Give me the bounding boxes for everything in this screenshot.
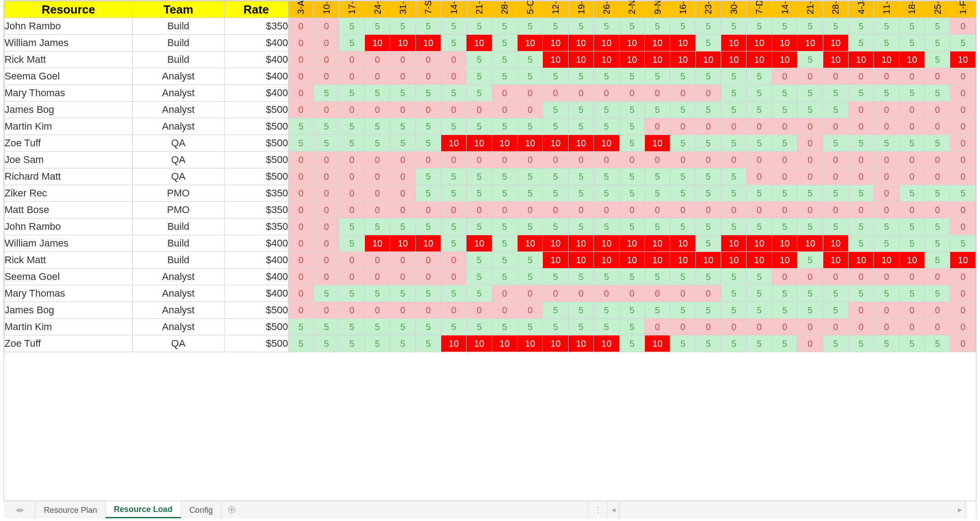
cell-load[interactable]: 5 — [695, 102, 721, 118]
cell-load[interactable]: 0 — [415, 302, 441, 319]
cell-load[interactable]: 5 — [721, 185, 747, 202]
cell-load[interactable]: 5 — [619, 18, 644, 35]
cell-load[interactable]: 5 — [339, 85, 364, 102]
cell-load[interactable]: 0 — [823, 168, 848, 185]
cell-load[interactable]: 5 — [594, 168, 619, 185]
cell-load[interactable]: 10 — [721, 51, 747, 68]
cell-load[interactable]: 5 — [925, 18, 950, 35]
cell-load[interactable]: 0 — [670, 285, 695, 302]
cell-load[interactable]: 10 — [415, 35, 441, 51]
cell-load[interactable]: 0 — [899, 319, 924, 335]
cell-load[interactable]: 0 — [695, 85, 721, 102]
cell-load[interactable]: 10 — [899, 51, 924, 68]
cell-load[interactable]: 0 — [492, 102, 517, 118]
cell-load[interactable]: 0 — [950, 302, 976, 319]
cell-load[interactable]: 5 — [848, 235, 873, 252]
cell-load[interactable]: 0 — [288, 285, 313, 302]
cell-load[interactable]: 0 — [925, 118, 950, 135]
cell-team[interactable]: Build — [132, 219, 224, 235]
col-header-resource[interactable]: Resource — [5, 1, 133, 18]
cell-load[interactable]: 0 — [772, 68, 797, 85]
cell-rate[interactable]: $400 — [224, 85, 288, 102]
cell-load[interactable]: 0 — [594, 202, 619, 219]
cell-load[interactable]: 5 — [950, 235, 976, 252]
cell-load[interactable]: 0 — [339, 168, 364, 185]
cell-load[interactable]: 10 — [492, 135, 517, 152]
cell-load[interactable]: 5 — [925, 51, 950, 68]
cell-load[interactable]: 5 — [364, 18, 390, 35]
cell-load[interactable]: 5 — [848, 85, 873, 102]
cell-load[interactable]: 5 — [695, 18, 721, 35]
cell-load[interactable]: 0 — [747, 118, 772, 135]
cell-load[interactable]: 5 — [467, 285, 492, 302]
cell-load[interactable]: 5 — [339, 135, 364, 152]
cell-load[interactable]: 0 — [415, 68, 441, 85]
col-header-week[interactable]: 11-Jan — [874, 1, 899, 18]
cell-load[interactable]: 0 — [772, 118, 797, 135]
cell-rate[interactable]: $400 — [224, 35, 288, 51]
cell-load[interactable]: 5 — [441, 285, 466, 302]
cell-load[interactable]: 5 — [492, 219, 517, 235]
cell-load[interactable]: 5 — [390, 219, 415, 235]
cell-load[interactable]: 5 — [467, 118, 492, 135]
cell-load[interactable]: 5 — [339, 18, 364, 35]
cell-load[interactable]: 0 — [798, 68, 823, 85]
cell-load[interactable]: 10 — [518, 35, 543, 51]
cell-load[interactable]: 10 — [543, 252, 568, 269]
cell-load[interactable]: 5 — [543, 168, 568, 185]
cell-load[interactable]: 0 — [823, 269, 848, 285]
cell-load[interactable]: 0 — [644, 85, 670, 102]
cell-load[interactable]: 0 — [925, 168, 950, 185]
cell-load[interactable]: 0 — [339, 269, 364, 285]
cell-load[interactable]: 0 — [874, 68, 899, 85]
cell-load[interactable]: 0 — [823, 68, 848, 85]
cell-load[interactable]: 5 — [670, 302, 695, 319]
cell-load[interactable]: 0 — [798, 118, 823, 135]
cell-team[interactable]: Analyst — [132, 68, 224, 85]
cell-load[interactable]: 5 — [874, 335, 899, 352]
cell-load[interactable]: 5 — [798, 252, 823, 269]
col-header-team[interactable]: Team — [132, 1, 224, 18]
cell-load[interactable]: 0 — [874, 118, 899, 135]
cell-load[interactable]: 0 — [925, 302, 950, 319]
cell-load[interactable]: 0 — [314, 35, 339, 51]
cell-load[interactable]: 0 — [798, 269, 823, 285]
cell-load[interactable]: 0 — [670, 152, 695, 168]
cell-load[interactable]: 10 — [747, 35, 772, 51]
cell-load[interactable]: 5 — [823, 219, 848, 235]
cell-load[interactable]: 5 — [899, 85, 924, 102]
cell-load[interactable]: 0 — [288, 168, 313, 185]
cell-resource[interactable]: James Bog — [5, 102, 133, 118]
cell-rate[interactable]: $400 — [224, 285, 288, 302]
cell-load[interactable]: 0 — [899, 202, 924, 219]
cell-load[interactable]: 10 — [823, 51, 848, 68]
cell-load[interactable]: 5 — [670, 269, 695, 285]
cell-load[interactable]: 5 — [644, 302, 670, 319]
cell-load[interactable]: 0 — [314, 219, 339, 235]
cell-load[interactable]: 0 — [415, 51, 441, 68]
cell-load[interactable]: 5 — [747, 302, 772, 319]
cell-load[interactable]: 5 — [747, 285, 772, 302]
cell-load[interactable]: 10 — [441, 135, 466, 152]
cell-load[interactable]: 5 — [670, 102, 695, 118]
cell-load[interactable]: 5 — [695, 135, 721, 152]
cell-load[interactable]: 5 — [467, 18, 492, 35]
cell-load[interactable]: 5 — [848, 219, 873, 235]
cell-load[interactable]: 5 — [798, 219, 823, 235]
cell-load[interactable]: 0 — [288, 102, 313, 118]
cell-load[interactable]: 10 — [772, 252, 797, 269]
col-header-week[interactable]: 14-Dec — [772, 1, 797, 18]
sheet-tab-config[interactable]: Config — [181, 501, 221, 518]
cell-load[interactable]: 0 — [518, 202, 543, 219]
cell-load[interactable]: 0 — [543, 202, 568, 219]
cell-resource[interactable]: Richard Matt — [5, 168, 133, 185]
cell-load[interactable]: 10 — [518, 135, 543, 152]
cell-team[interactable]: QA — [132, 135, 224, 152]
cell-load[interactable]: 0 — [670, 85, 695, 102]
cell-load[interactable]: 5 — [441, 235, 466, 252]
cell-load[interactable]: 0 — [925, 319, 950, 335]
cell-team[interactable]: Analyst — [132, 302, 224, 319]
cell-rate[interactable]: $350 — [224, 202, 288, 219]
cell-resource[interactable]: Martin Kim — [5, 118, 133, 135]
cell-load[interactable]: 10 — [543, 235, 568, 252]
